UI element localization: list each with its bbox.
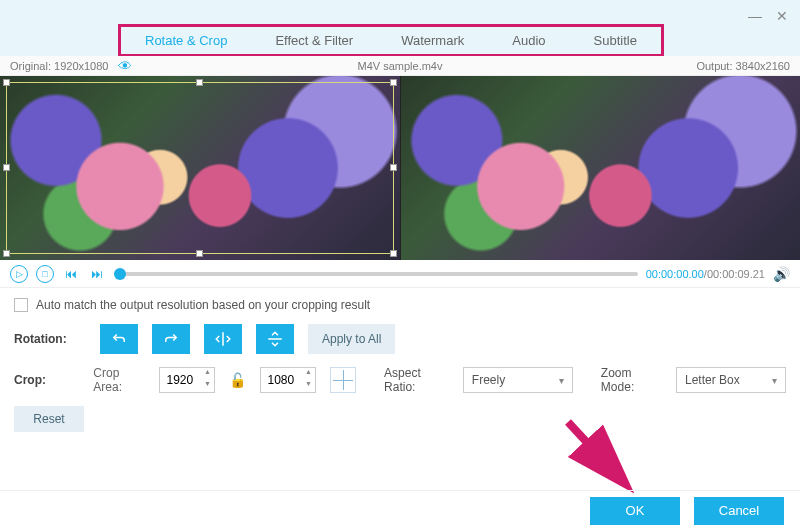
rotation-label: Rotation:: [14, 332, 86, 346]
zoom-mode-select[interactable]: Letter Box: [676, 367, 786, 393]
tab-rotate-crop[interactable]: Rotate & Crop: [121, 27, 251, 54]
seek-handle[interactable]: [114, 268, 126, 280]
zoom-mode-label: Zoom Mode:: [601, 366, 662, 394]
auto-match-label: Auto match the output resolution based o…: [36, 298, 370, 312]
crop-handle-se[interactable]: [390, 250, 397, 257]
crop-height-down[interactable]: ▼: [301, 380, 315, 392]
ok-button[interactable]: OK: [590, 497, 680, 525]
seek-bar[interactable]: [114, 272, 638, 276]
tab-subtitle[interactable]: Subtitle: [570, 27, 661, 54]
play-button[interactable]: ▷: [10, 265, 28, 283]
tab-effect-filter[interactable]: Effect & Filter: [251, 27, 377, 54]
crop-width-down[interactable]: ▼: [200, 380, 214, 392]
crop-position-button[interactable]: [330, 367, 356, 393]
crop-handle-w[interactable]: [3, 164, 10, 171]
output-label: Output: 3840x2160: [696, 60, 790, 72]
original-label: Original: 1920x1080: [10, 60, 108, 72]
crop-area-label: Crop Area:: [93, 366, 145, 394]
output-preview: [400, 76, 801, 260]
crop-handle-ne[interactable]: [390, 79, 397, 86]
next-frame-button[interactable]: ⏭: [88, 265, 106, 283]
aspect-ratio-label: Aspect Ratio:: [384, 366, 449, 394]
crop-height-up[interactable]: ▲: [301, 368, 315, 380]
minimize-button[interactable]: —: [748, 8, 762, 24]
tab-audio[interactable]: Audio: [488, 27, 569, 54]
stop-button[interactable]: □: [36, 265, 54, 283]
rotate-right-button[interactable]: [152, 324, 190, 354]
timecode: 00:00:00.00/00:00:09.21: [646, 268, 765, 280]
apply-to-all-button[interactable]: Apply to All: [308, 324, 395, 354]
tab-watermark[interactable]: Watermark: [377, 27, 488, 54]
preview-image: [401, 76, 801, 260]
crop-handle-nw[interactable]: [3, 79, 10, 86]
original-preview[interactable]: [0, 76, 400, 260]
eye-icon[interactable]: 👁: [118, 58, 132, 74]
prev-frame-button[interactable]: ⏮: [62, 265, 80, 283]
rotate-left-button[interactable]: [100, 324, 138, 354]
crop-label: Crop:: [14, 373, 79, 387]
tab-bar: Rotate & Crop Effect & Filter Watermark …: [118, 24, 664, 57]
crop-handle-s[interactable]: [196, 250, 203, 257]
crop-handle-e[interactable]: [390, 164, 397, 171]
cancel-button[interactable]: Cancel: [694, 497, 784, 525]
flip-vertical-button[interactable]: [256, 324, 294, 354]
aspect-ratio-select[interactable]: Freely: [463, 367, 573, 393]
flip-horizontal-button[interactable]: [204, 324, 242, 354]
auto-match-checkbox[interactable]: [14, 298, 28, 312]
crop-handle-sw[interactable]: [3, 250, 10, 257]
close-button[interactable]: ✕: [776, 8, 788, 24]
crop-frame[interactable]: [6, 82, 394, 254]
lock-aspect-icon[interactable]: 🔓: [229, 372, 246, 388]
crop-width-up[interactable]: ▲: [200, 368, 214, 380]
crop-handle-n[interactable]: [196, 79, 203, 86]
reset-button[interactable]: Reset: [14, 406, 84, 432]
volume-icon[interactable]: 🔊: [773, 266, 790, 282]
